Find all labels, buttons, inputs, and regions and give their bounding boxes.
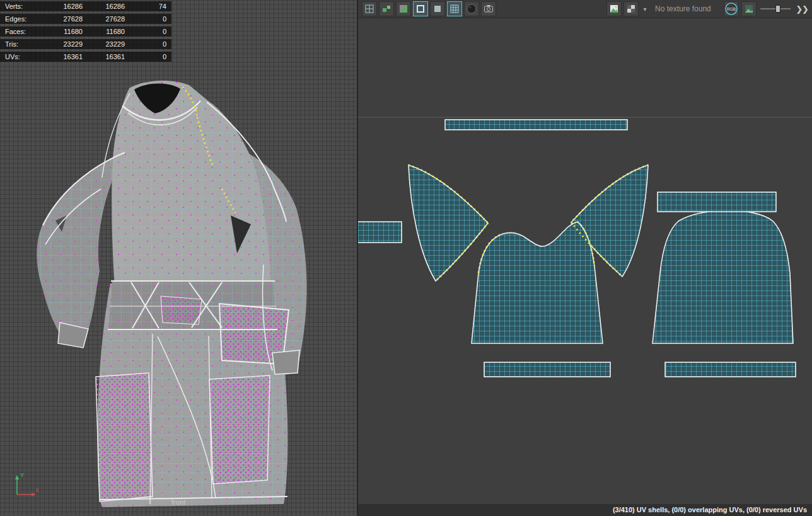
uv-distortion-icon[interactable]	[396, 1, 411, 16]
hud-label: Edges:	[5, 14, 42, 24]
texture-image-icon[interactable]	[606, 1, 622, 16]
rgb-channels-icon[interactable]: RGB	[724, 1, 739, 16]
poly-count-hud: Verts: 16286 16286 74 Edges: 27628 27628…	[0, 1, 171, 64]
uv-tiles-icon[interactable]	[379, 1, 394, 16]
hud-value: 0	[125, 14, 166, 24]
hud-value: 16361	[83, 52, 125, 62]
uv-snapshot-icon[interactable]	[481, 1, 496, 16]
uv-border-display-icon[interactable]	[413, 1, 428, 16]
hud-label: Tris:	[5, 39, 42, 49]
axis-x-label: X	[35, 487, 39, 493]
uv-shell-hem-strip-left[interactable]	[484, 362, 610, 377]
uv-shell-hem-strip-right[interactable]	[665, 362, 796, 377]
uv-shell-body-back[interactable]	[652, 210, 793, 343]
uv-shell-left-sleeve[interactable]	[409, 165, 488, 281]
uv-editor-panel: ▾ No texture found RGB ❯❯	[358, 0, 812, 516]
hud-label: Verts:	[5, 1, 42, 11]
dim-texture-icon[interactable]	[464, 1, 479, 16]
hud-row-faces: Faces: 11680 11680 0	[0, 26, 171, 37]
hud-row-tris: Tris: 23229 23229 0	[0, 39, 171, 49]
hud-row-verts: Verts: 16286 16286 74	[0, 1, 171, 11]
rgb-icon-label: RGB	[727, 7, 736, 11]
hud-value: 16286	[83, 1, 125, 11]
hud-value: 16361	[42, 52, 83, 62]
hud-value: 27628	[83, 14, 125, 24]
camera-label: front	[0, 498, 357, 506]
uv-shell-collar-strip[interactable]	[445, 120, 627, 130]
garment-model[interactable]	[0, 0, 357, 516]
slider-handle[interactable]	[775, 5, 780, 13]
exposure-slider[interactable]	[759, 1, 792, 16]
uv-shells	[358, 120, 796, 377]
hud-label: UVs:	[5, 52, 42, 62]
hud-value: 11680	[83, 26, 125, 37]
toolbar-expand-icon[interactable]: ❯❯	[794, 4, 808, 14]
hud-row-uvs: UVs: 16361 16361 0	[0, 52, 171, 62]
uv-canvas[interactable]: (3/410) UV shells, (0/0) overlapping UVs…	[358, 18, 812, 516]
checker-map-icon[interactable]	[624, 1, 639, 16]
uv-editor-toolbar: ▾ No texture found RGB ❯❯	[358, 0, 812, 18]
axis-gizmo-icon: Y X	[8, 469, 42, 501]
uv-shell-right-strip[interactable]	[658, 192, 776, 212]
garment-wireframe	[25, 69, 328, 516]
uv-shell-edge-block[interactable]	[358, 222, 402, 243]
texture-dropdown-icon[interactable]: ▾	[641, 6, 649, 13]
uv-solid-shade-icon[interactable]	[430, 1, 445, 16]
uv-shell-count-label: (3/410) UV shells, (0/0) overlapping UVs…	[613, 506, 807, 513]
hud-value: 27628	[42, 14, 83, 24]
axis-y-label: Y	[20, 472, 24, 478]
uv-status-bar: (3/410) UV shells, (0/0) overlapping UVs…	[358, 504, 812, 516]
hud-value: 16286	[42, 1, 83, 11]
uv-layout-grid-icon[interactable]	[362, 1, 377, 16]
hud-value: 11680	[42, 26, 83, 37]
hud-value: 23229	[42, 39, 83, 49]
maya-uv-editing-workspace: Verts: 16286 16286 74 Edges: 27628 27628…	[0, 0, 812, 516]
hud-value: 23229	[83, 39, 125, 49]
hud-value: 0	[125, 26, 166, 37]
texture-thumb-icon[interactable]	[741, 1, 757, 16]
texture-selector-group: ▾ No texture found	[606, 1, 711, 16]
uv-shells-layer	[358, 18, 812, 516]
uv-grid-display-icon[interactable]	[447, 1, 462, 16]
texture-status-label: No texture found	[655, 4, 711, 13]
display-channel-group: RGB ❯❯	[724, 1, 808, 16]
hud-row-edges: Edges: 27628 27628 0	[0, 14, 171, 24]
hud-value: 74	[125, 1, 166, 11]
hud-label: Faces:	[5, 26, 42, 37]
viewport-3d[interactable]: Verts: 16286 16286 74 Edges: 27628 27628…	[0, 0, 357, 516]
hud-value: 0	[125, 52, 166, 62]
hud-value: 0	[125, 39, 166, 49]
